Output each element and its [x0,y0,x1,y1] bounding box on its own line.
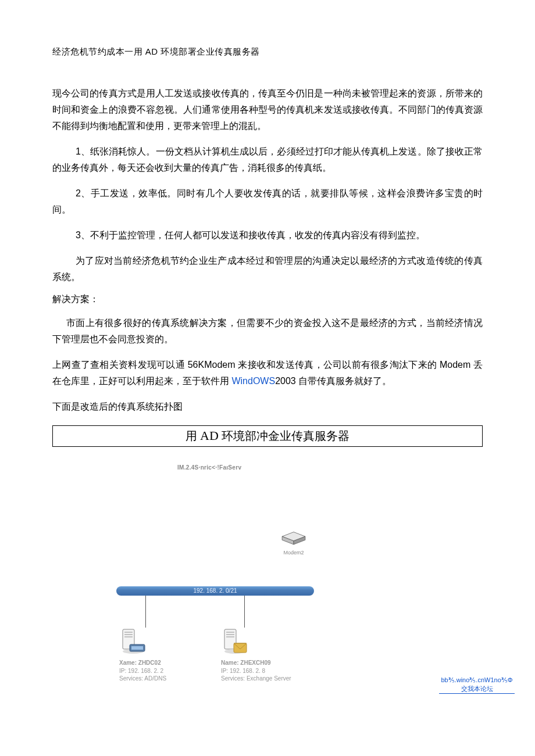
windows-link[interactable]: WindOWS [229,376,275,386]
server-1-svc: Services: AD/DNS [119,675,224,683]
p6-modem: 56KModem [185,360,238,370]
topology-intro: 下面是改造后的传真系统拓扑图 [52,399,483,415]
solution-p1: 市面上有很多很好的传真系统解决方案，但需要不少的资金投入这不是最经济的方式，当前… [52,315,483,347]
server-2-info: Name: ZHEXCH09 IP: 192. 168. 2. 8 Servic… [221,659,326,683]
svg-rect-11 [226,632,234,633]
point-4: 为了应对当前经济危机节约企业生产成本经过和管理层的沟通决定以最经济的方式改造传统… [52,253,483,285]
point-1-num: 1 [76,146,81,156]
network-switch: 192. 168. 2. 0/21 [116,586,314,596]
solution-p2: 上网查了查相关资料发现可以通 56KModem 来接收和发送传真，公司以前有很多… [52,357,483,389]
p6-d: 自带传真服务就好了。 [298,376,391,386]
p6-a: 上网查了查相关资料发现可以通 [52,360,185,370]
point-2: 2、手工发送，效率低。同时有几个人要收发传真的话，就要排队等候，这样会浪费许多宝… [52,185,483,218]
server-icon [119,627,147,655]
server-2-ip: IP: 192. 168. 2. 8 [221,667,326,675]
title-suffix: 环境部署企业传真服务器 [160,47,260,56]
modem-node: Modem2 [276,531,311,556]
point-3: 3、不利于监控管理，任何人都可以发送和接收传真，收发的传真内容没有得到监控。 [52,227,483,243]
point-1: 1、纸张消耗惊人。一份文档从计算机生成以后，必须经过打印才能从传真机上发送。除了… [52,144,483,176]
point-1-text: 、纸张消耗惊人。一份文档从计算机生成以后，必须经过打印才能从传真机上发送。除了接… [52,146,483,173]
box-pre: 用 [186,429,197,442]
server-2-name: Name: ZHEXCH09 [221,659,326,667]
svg-rect-9 [131,646,143,650]
box-ad: AD [197,428,222,443]
point-3-num: 3 [76,230,81,240]
p6-b: 来接收和发送传真，公司以前有很多淘汰下来的 [238,360,437,370]
server-1-name: Xame: ZHDC02 [119,659,224,667]
svg-rect-13 [226,636,234,637]
title-ad: AD [142,46,160,56]
point-3-text: 、不利于监控管理，任何人都可以发送和接收传真，收发的传真内容没有得到监控。 [81,230,425,240]
forum-link[interactable]: bb⅗.wino⅗.cnW1no⅗Φ 交我本论坛 [439,676,515,694]
p6-modem2: Modem [437,360,473,370]
server-1-info: Xame: ZHDC02 IP: 192. 168. 2. 2 Services… [119,659,224,683]
svg-rect-6 [124,636,133,637]
server-2-svc: Services: Exchange Server [221,675,326,683]
connector-line-1 [145,596,146,628]
solution-label: 解决方案： [52,293,483,306]
p6-year: 2003 [275,376,298,386]
point-2-text: 、手工发送，效率低。同时有几个人要收发传真的话，就要排队等候，这样会浪费许多宝贵… [52,188,483,214]
intro-paragraph: 现今公司的传真方式是用人工发送或接收传真的，传真至今仍旧是一种尚未被管理起来的资… [52,85,483,134]
server-2: Name: ZHEXCH09 IP: 192. 168. 2. 8 Servic… [221,627,326,683]
doc-title: 经济危机节约成本一用 AD 环境部署企业传真服务器 [52,46,483,58]
modem-label: Modem2 [276,550,311,556]
server-1-ip: IP: 192. 168. 2. 2 [119,667,224,675]
title-prefix: 经济危机节约成本一用 [52,47,142,56]
svg-rect-12 [226,634,234,635]
topology-diagram: IM.2.4S·nric<·!FaıServ Modem2 192. 168. … [52,464,483,714]
svg-rect-4 [124,632,133,633]
diagram-top-label: IM.2.4S·nric<·!FaıServ [177,464,241,471]
connector-line-2 [244,596,245,628]
server-1: Xame: ZHDC02 IP: 192. 168. 2. 2 Services… [119,627,224,683]
diagram-title-box: 用 AD 环境部冲金业传真服务器 [52,425,483,447]
modem-icon [280,531,307,546]
server-icon [221,627,249,655]
svg-rect-5 [124,634,133,635]
box-post: 环境部冲金业传真服务器 [222,429,349,442]
point-2-num: 2 [76,188,81,198]
